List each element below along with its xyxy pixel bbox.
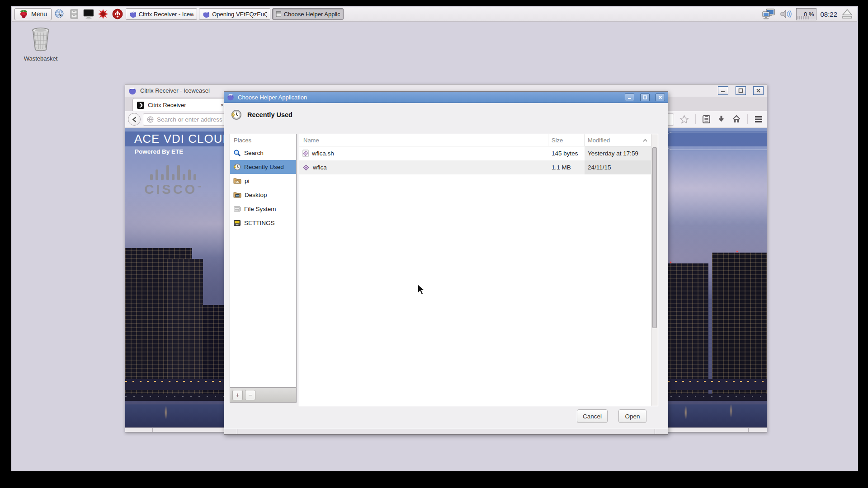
dialog-titlebar[interactable]: Choose Helper Application bbox=[224, 92, 668, 103]
eject-icon[interactable] bbox=[841, 8, 854, 20]
home-folder-icon bbox=[233, 178, 241, 184]
task-button-opening-file[interactable]: Opening VEtEQzEuQ... bbox=[199, 8, 270, 20]
place-label: pi bbox=[245, 178, 250, 184]
tab-close-icon[interactable]: × bbox=[220, 102, 224, 108]
page-heading: ACE VDI CLOUD bbox=[134, 132, 231, 146]
column-header-size[interactable]: Size bbox=[548, 134, 585, 146]
dialog-resize-grip[interactable] bbox=[224, 429, 668, 434]
volume-icon[interactable] bbox=[779, 8, 793, 20]
wastebasket-label: Wastebasket bbox=[18, 55, 63, 62]
cisco-trademark: ™ bbox=[197, 185, 201, 190]
wastebasket-desktop-icon[interactable]: Wastebasket bbox=[18, 27, 63, 62]
tab-label: Citrix Receiver bbox=[148, 102, 186, 108]
column-header-name[interactable]: Name bbox=[299, 134, 548, 146]
add-place-button[interactable]: + bbox=[232, 390, 243, 400]
cpu-monitor[interactable]: 0 % bbox=[796, 8, 816, 20]
login-panel-outline bbox=[665, 132, 767, 150]
close-button[interactable] bbox=[753, 86, 764, 95]
cisco-logo-text: CISCO bbox=[145, 182, 198, 197]
place-label: SETTINGS bbox=[244, 220, 275, 226]
task-button-label: Citrix Receiver - Icewe... bbox=[139, 11, 193, 18]
desktop: Menu Citrix Receiver - Icewe... Openi bbox=[11, 6, 858, 471]
file-manager-launcher[interactable] bbox=[68, 8, 80, 20]
building-light bbox=[736, 251, 738, 252]
place-label: Recently Used bbox=[244, 164, 284, 170]
column-header-modified[interactable]: Modified bbox=[585, 134, 651, 146]
maximize-button[interactable] bbox=[736, 86, 746, 95]
terminal-launcher[interactable] bbox=[82, 8, 95, 20]
bookmark-star-icon[interactable] bbox=[679, 115, 689, 124]
scrollbar-thumb[interactable] bbox=[652, 147, 657, 328]
script-file-icon bbox=[302, 150, 309, 157]
place-search[interactable]: Search bbox=[230, 146, 296, 160]
file-row-wfica-sh[interactable]: wfica.sh 145 bytes Yesterday at 17:59 bbox=[299, 146, 658, 160]
settings-drive-icon bbox=[233, 220, 241, 226]
file-size: 145 bytes bbox=[548, 146, 585, 160]
minimize-button[interactable] bbox=[718, 86, 728, 95]
dialog-maximize-button[interactable] bbox=[640, 94, 650, 101]
web-browser-launcher[interactable] bbox=[53, 8, 66, 20]
window-icon bbox=[276, 11, 281, 17]
page-subheading: Powered By ETE bbox=[135, 148, 183, 155]
executable-file-icon bbox=[302, 164, 310, 171]
file-list-scrollbar[interactable] bbox=[651, 134, 658, 406]
menu-label: Menu bbox=[31, 10, 47, 18]
place-settings[interactable]: SETTINGS bbox=[230, 216, 296, 230]
iceweasel-icon bbox=[203, 10, 209, 18]
task-button-citrix-receiver[interactable]: Citrix Receiver - Icewe... bbox=[126, 8, 197, 20]
toolbar-icons bbox=[679, 114, 763, 124]
wolfram-launcher[interactable] bbox=[111, 8, 124, 20]
open-button[interactable]: Open bbox=[618, 409, 646, 423]
building-light bbox=[670, 262, 671, 263]
home-icon[interactable] bbox=[732, 115, 741, 124]
cancel-button[interactable]: Cancel bbox=[577, 409, 608, 423]
iceweasel-icon bbox=[129, 10, 136, 18]
file-row-wfica[interactable]: wfica 1.1 MB 24/11/15 bbox=[299, 160, 658, 174]
place-recently-used[interactable]: Recently Used bbox=[230, 160, 296, 174]
building bbox=[167, 259, 203, 397]
place-file-system[interactable]: File System bbox=[230, 202, 296, 216]
wastebasket-icon bbox=[29, 27, 52, 52]
cpu-graph bbox=[797, 16, 809, 19]
location-label: Recently Used bbox=[247, 111, 292, 118]
statusbar-divider bbox=[748, 428, 749, 432]
tab-citrix-receiver[interactable]: Citrix Receiver × bbox=[132, 98, 228, 112]
network-icon[interactable] bbox=[762, 8, 775, 20]
toolbar-separator bbox=[747, 114, 748, 124]
place-home-pi[interactable]: pi bbox=[230, 174, 296, 188]
filesystem-drive-icon bbox=[233, 206, 241, 212]
recent-clock-icon bbox=[233, 163, 241, 171]
file-name: wfica.sh bbox=[312, 150, 334, 157]
cisco-logo: CISCO™ bbox=[138, 163, 208, 197]
file-modified: 24/11/15 bbox=[585, 160, 651, 174]
mathematica-launcher[interactable] bbox=[97, 8, 109, 20]
place-label: File System bbox=[244, 206, 276, 212]
statusbar-divider bbox=[152, 428, 153, 432]
places-panel: Places Search Recently Used pi bbox=[230, 134, 297, 388]
desktop-folder-icon bbox=[233, 192, 241, 198]
task-button-label: Choose Helper Applicati... bbox=[284, 11, 340, 18]
hamburger-menu-icon[interactable] bbox=[754, 115, 763, 123]
globe-icon bbox=[147, 116, 154, 123]
place-desktop[interactable]: Desktop bbox=[230, 188, 296, 202]
file-size: 1.1 MB bbox=[548, 160, 585, 174]
task-button-choose-helper[interactable]: Choose Helper Applicati... bbox=[272, 8, 344, 20]
cisco-bars-icon bbox=[138, 163, 208, 180]
system-tray: 0 % 08:22 bbox=[762, 8, 855, 20]
dialog-close-button[interactable] bbox=[656, 94, 665, 101]
sort-ascending-icon bbox=[643, 139, 647, 142]
place-label: Search bbox=[244, 150, 264, 156]
taskbar: Menu Citrix Receiver - Icewe... Openi bbox=[12, 7, 857, 22]
current-location: Recently Used bbox=[230, 109, 292, 121]
bookmarks-menu-icon[interactable] bbox=[702, 115, 711, 124]
menu-button[interactable]: Menu bbox=[14, 8, 52, 20]
back-button[interactable] bbox=[128, 113, 141, 126]
clock[interactable]: 08:22 bbox=[820, 10, 837, 18]
dialog-minimize-button[interactable] bbox=[625, 94, 634, 101]
downloads-icon[interactable] bbox=[717, 115, 726, 124]
file-modified: Yesterday at 17:59 bbox=[585, 146, 651, 160]
building bbox=[712, 253, 767, 397]
column-header-label: Modified bbox=[588, 137, 610, 144]
remove-place-button[interactable]: − bbox=[245, 390, 255, 400]
search-icon bbox=[233, 149, 241, 157]
